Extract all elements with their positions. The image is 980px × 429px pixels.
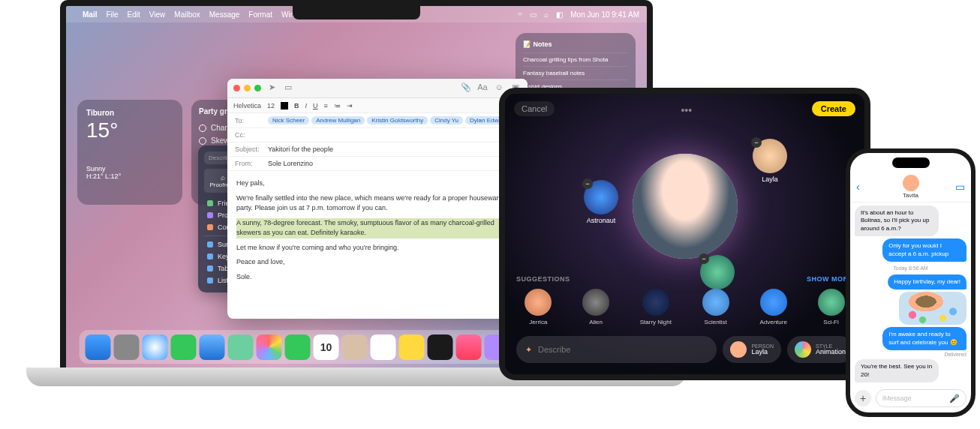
- more-icon[interactable]: •••: [681, 104, 692, 116]
- contacts-icon[interactable]: [342, 334, 368, 360]
- style-selector[interactable]: STYLEAnimation: [787, 336, 853, 363]
- outgoing-message: Only for you would I accept a 6 a.m. pic…: [882, 238, 966, 262]
- contact-name[interactable]: Tavita: [903, 192, 918, 199]
- mail-compose-window: ➤ ▭ 📎 Aa ☺ ▣ Helvetica 12 B I U ≡ ≔ ⇥ To…: [227, 79, 528, 319]
- plus-icon[interactable]: +: [855, 390, 871, 406]
- send-icon[interactable]: ➤: [266, 82, 278, 94]
- suggestion-alien[interactable]: Alien: [582, 289, 609, 326]
- suggestions-label: SUGGESTIONS: [516, 275, 570, 283]
- menu-format[interactable]: Format: [248, 10, 272, 19]
- maps-icon[interactable]: [228, 334, 254, 360]
- remove-icon[interactable]: −: [582, 178, 593, 189]
- layla-bubble[interactable]: −: [753, 139, 787, 173]
- app-name[interactable]: Mail: [83, 10, 97, 19]
- cancel-button[interactable]: Cancel: [514, 101, 555, 116]
- contact-avatar[interactable]: [903, 175, 919, 191]
- italic-icon[interactable]: I: [305, 102, 308, 110]
- window-controls: [233, 85, 261, 92]
- reminder-checkbox-icon[interactable]: [199, 137, 206, 145]
- weather-temp: 15°: [86, 118, 173, 142]
- weather-condition: Sunny: [86, 165, 173, 172]
- create-button[interactable]: Create: [812, 101, 855, 116]
- color-icon[interactable]: [281, 102, 288, 110]
- person-selector[interactable]: PERSONLayla: [723, 336, 781, 363]
- list-icon[interactable]: ≔: [334, 102, 341, 110]
- mail-toolbar: ➤ ▭ 📎 Aa ☺ ▣: [227, 79, 528, 98]
- delivered-status: Delivered: [944, 352, 966, 357]
- iphone-device: ‹ Tavita ▭ It's about an hour to Bolinas…: [846, 148, 975, 417]
- suggestion-jerrica[interactable]: Jerrica: [525, 289, 552, 326]
- notch: [293, 6, 420, 20]
- facetime-icon[interactable]: [285, 334, 311, 360]
- describe-input[interactable]: ✦ Describe: [516, 336, 717, 363]
- messages-icon[interactable]: [171, 334, 197, 360]
- facetime-icon[interactable]: ▭: [955, 181, 965, 193]
- attach-icon[interactable]: 📎: [460, 82, 472, 94]
- menu-view[interactable]: View: [149, 10, 166, 19]
- incoming-message: You're the best. See you in 20!: [855, 359, 939, 382]
- messages-header: ‹ Tavita ▭: [850, 171, 971, 202]
- align-icon[interactable]: ≡: [324, 102, 328, 110]
- suggestion-scientist[interactable]: Scientist: [702, 289, 729, 326]
- datetime[interactable]: Mon Jun 10 9:41 AM: [570, 10, 639, 19]
- size-select[interactable]: 12: [267, 102, 275, 110]
- control-center-icon[interactable]: ◧: [556, 10, 563, 19]
- reminder-checkbox-icon[interactable]: [199, 124, 206, 132]
- astronaut-bubble[interactable]: −: [584, 180, 618, 214]
- outgoing-message: Happy birthday, my dear!: [888, 274, 966, 290]
- wifi-icon[interactable]: ⌔: [518, 10, 522, 19]
- selected-text: A sunny, 78-degree forecast. The smoky, …: [236, 218, 519, 238]
- from-field[interactable]: Sole Lorenzino: [268, 160, 520, 167]
- remove-icon[interactable]: −: [751, 137, 762, 148]
- remove-icon[interactable]: −: [699, 254, 709, 264]
- layla-label: Layla: [747, 176, 792, 183]
- astronaut-label: Astronaut: [579, 217, 624, 224]
- mic-icon[interactable]: 🎤: [949, 394, 960, 404]
- indent-icon[interactable]: ⇥: [347, 102, 353, 110]
- maximize-icon[interactable]: [254, 85, 261, 92]
- battery-icon[interactable]: ▭: [530, 10, 537, 19]
- format-bar: Helvetica 12 B I U ≡ ≔ ⇥: [227, 98, 528, 113]
- mail-body[interactable]: Hey pals, We're finally settled into the…: [227, 171, 528, 319]
- launchpad-icon[interactable]: [114, 334, 140, 360]
- format-icon[interactable]: Aa: [476, 82, 488, 94]
- back-icon[interactable]: ‹: [856, 181, 860, 193]
- calendar-icon[interactable]: 10: [314, 334, 339, 360]
- bold-icon[interactable]: B: [294, 102, 299, 110]
- finder-icon[interactable]: [86, 334, 111, 360]
- music-icon[interactable]: [456, 334, 482, 360]
- tv-icon[interactable]: [428, 334, 453, 360]
- messages-list[interactable]: It's about an hour to Bolinas, so I'll p…: [850, 202, 971, 386]
- message-input[interactable]: iMessage 🎤: [876, 389, 966, 407]
- to-field[interactable]: Nick ScheerAndrew MulliganKristin Goldsw…: [268, 116, 520, 124]
- image-message[interactable]: [899, 292, 966, 325]
- notes-icon: 📝: [523, 40, 534, 48]
- note-item[interactable]: Fantasy baseball notes: [523, 66, 628, 80]
- weather-widget[interactable]: Tiburon 15° Sunny H:21° L:12°: [77, 100, 182, 205]
- menu-edit[interactable]: Edit: [128, 10, 140, 19]
- sparkle-icon: ✦: [525, 345, 532, 355]
- suggestions-panel: SUGGESTIONS SHOW MORE Jerrica Alien Star…: [516, 275, 853, 326]
- close-icon[interactable]: [233, 85, 240, 92]
- notes-icon[interactable]: [399, 334, 425, 360]
- suggestion-adventure[interactable]: Adventure: [759, 289, 786, 326]
- search-icon[interactable]: ⌕: [544, 10, 549, 19]
- subject-field[interactable]: Yakitori for the people: [268, 146, 520, 153]
- suggestion-starry[interactable]: Starry Night: [640, 289, 672, 326]
- menu-mailbox[interactable]: Mailbox: [174, 10, 200, 19]
- note-item[interactable]: Charcoal grilling tips from Shota: [523, 52, 628, 66]
- safari-icon[interactable]: [143, 334, 168, 360]
- weather-hilo: H:21° L:12°: [86, 172, 173, 180]
- main-avatar[interactable]: [633, 154, 738, 259]
- minimize-icon[interactable]: [244, 85, 251, 92]
- menu-file[interactable]: File: [106, 10, 118, 19]
- header-icon[interactable]: ▭: [282, 82, 294, 94]
- font-select[interactable]: Helvetica: [233, 102, 261, 110]
- menu-message[interactable]: Message: [209, 10, 240, 19]
- reminders-icon[interactable]: [371, 334, 396, 360]
- mail-icon[interactable]: [200, 334, 225, 360]
- incoming-message: It's about an hour to Bolinas, so I'll p…: [855, 206, 939, 236]
- photos-icon[interactable]: [257, 334, 282, 360]
- underline-icon[interactable]: U: [313, 102, 318, 110]
- suggestion-scifi[interactable]: Sci-Fi: [818, 289, 845, 326]
